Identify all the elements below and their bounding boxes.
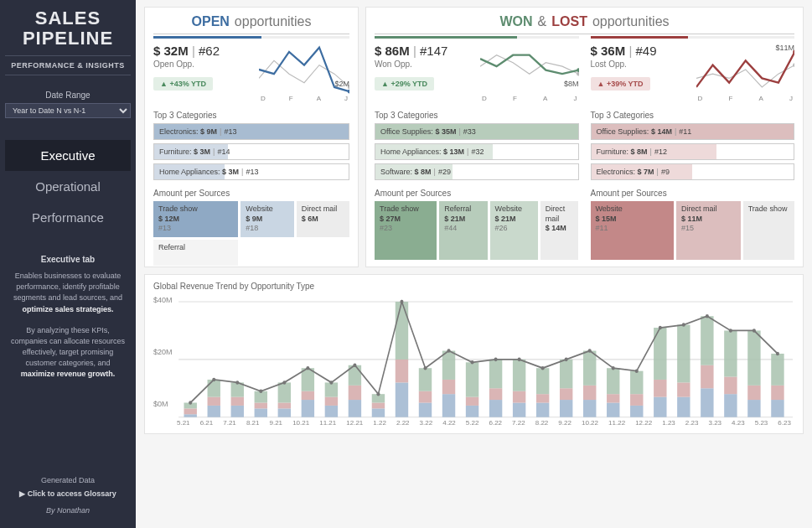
source-box: Direct mail$ 14M [540,201,579,260]
svg-rect-29 [325,382,338,396]
svg-point-100 [494,358,498,362]
svg-rect-42 [442,394,455,417]
lost-progress [591,36,795,39]
svg-rect-80 [724,330,737,376]
svg-rect-55 [536,394,549,402]
svg-rect-45 [466,406,478,417]
svg-rect-56 [536,368,549,394]
svg-rect-82 [747,386,760,400]
category-bar: Furniture: $ 8M|#12 [591,143,795,160]
svg-point-109 [706,314,709,318]
lost-ytd-badge: ▲ +39% YTD [591,77,650,91]
svg-rect-59 [560,360,572,388]
open-ytd-badge: ▲ +43% YTD [153,77,213,91]
category-bar: Software: $ 8M|#29 [375,163,579,180]
sidebar: SALES PIPELINE PERFORMANCE & INSIGHTS Da… [0,0,136,528]
source-box: Trade show$ 12M#13 [153,201,238,237]
svg-rect-12 [208,406,220,417]
svg-rect-57 [560,400,572,417]
svg-point-103 [565,358,568,362]
svg-point-94 [353,363,356,367]
open-sparkline: $2M DFAJ [259,44,349,102]
app-subtitle: PERFORMANCE & INSIGHTS [5,55,131,75]
source-box: Website$ 9M#18 [240,201,293,237]
svg-rect-36 [396,382,408,417]
svg-rect-86 [771,354,784,386]
svg-rect-79 [724,377,737,395]
svg-point-2 [577,72,578,76]
trend-title: Global Revenue Trend by Opportunity Type [153,282,794,291]
panel-open-head: OPEN opportunities [153,14,349,29]
open-categories-label: Top 3 Categories [153,111,349,120]
svg-rect-77 [701,316,713,365]
source-box: Website$ 15M#11 [591,201,675,260]
svg-rect-69 [654,397,666,417]
nav-executive[interactable]: Executive [5,140,131,171]
date-range-select[interactable]: Year to Date N vs N-1 [5,103,131,118]
desc-head: Executive tab [41,255,95,264]
svg-rect-37 [396,360,408,383]
svg-rect-63 [607,403,619,417]
svg-rect-14 [208,380,220,397]
svg-rect-72 [677,397,690,417]
svg-rect-81 [747,400,760,417]
svg-point-101 [518,358,521,362]
svg-point-102 [541,366,545,370]
source-box: Trade show [743,201,794,260]
svg-point-108 [682,323,685,327]
nav-performance[interactable]: Performance [5,202,131,233]
svg-rect-22 [278,403,291,409]
svg-rect-78 [724,394,737,417]
won-kpi: $ 86M | #147 Won Opp. ▲ +29% YTD [375,44,473,102]
svg-rect-28 [325,397,338,406]
svg-point-96 [400,300,403,304]
svg-rect-84 [771,400,784,417]
svg-rect-39 [419,403,432,417]
svg-point-95 [376,392,380,396]
svg-rect-9 [184,414,197,417]
date-range-label: Date Range [45,91,90,100]
svg-point-89 [235,380,239,385]
svg-point-99 [471,360,474,365]
svg-point-97 [423,366,427,370]
subpanel-lost: $ 36M | #49 Lost Opp. ▲ +39% YTD $11M DF… [591,36,795,260]
svg-rect-40 [419,391,432,403]
svg-rect-76 [701,365,713,389]
source-box: Direct mail$ 11M#15 [676,201,741,260]
won-progress [375,36,579,39]
svg-rect-48 [489,400,502,417]
generated-label: Generated Data [5,476,131,484]
svg-rect-54 [536,403,549,417]
panel-won-lost-head: WON & LOST opportunities [375,14,794,29]
glossary-link[interactable]: ▶ Click to access Glossary [5,489,131,498]
svg-rect-15 [231,406,244,417]
svg-point-88 [212,378,215,382]
category-bar: Electronics: $ 9M|#13 [153,123,349,140]
svg-point-92 [306,366,309,370]
subpanel-won: $ 86M | #147 Won Opp. ▲ +29% YTD $8M DFA… [375,36,579,260]
svg-point-111 [753,329,756,333]
svg-point-87 [189,401,192,405]
svg-rect-49 [489,388,502,400]
panel-trend: Global Revenue Trend by Opportunity Type… [144,274,804,434]
nav: Executive Operational Performance [5,140,131,233]
svg-rect-75 [701,388,713,417]
won-sparkline: $8M DFAJ [480,44,579,102]
svg-rect-30 [349,400,361,417]
svg-point-98 [447,349,451,353]
svg-point-110 [729,329,732,333]
won-ytd-badge: ▲ +29% YTD [375,77,434,91]
category-bar: Office Supplies: $ 35M|#33 [375,123,579,140]
svg-rect-31 [349,386,361,400]
svg-rect-19 [255,403,267,409]
svg-rect-46 [466,397,478,406]
svg-rect-33 [372,408,385,417]
svg-rect-43 [442,380,455,394]
svg-rect-68 [630,371,643,395]
nav-operational[interactable]: Operational [5,171,131,202]
desc-1: Enables businesses to evaluate performan… [5,271,131,314]
panel-won-lost: WON & LOST opportunities $ 86M | #147 Wo… [365,7,804,267]
panel-open: OPEN opportunities $ 32M | #62 Open Opp.… [144,7,359,267]
sidebar-bottom: Generated Data ▶ Click to access Glossar… [5,476,131,520]
svg-point-90 [259,389,262,393]
